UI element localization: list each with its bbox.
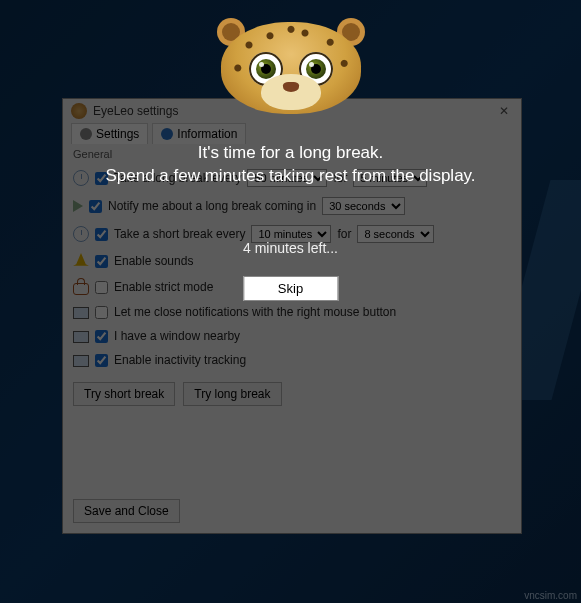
- mascot-head: [221, 22, 361, 114]
- mascot-muzzle: [261, 74, 321, 110]
- watermark: vncsim.com: [524, 590, 577, 601]
- mascot-nose: [283, 82, 299, 92]
- break-countdown: 4 minutes left...: [0, 240, 581, 256]
- break-message: It's time for a long break. Spend a few …: [0, 142, 581, 188]
- break-message-line1: It's time for a long break.: [0, 142, 581, 165]
- leopard-mascot: [221, 22, 361, 114]
- break-message-line2: Spend a few minutes taking rest from the…: [0, 165, 581, 188]
- skip-button[interactable]: Skip: [243, 276, 338, 301]
